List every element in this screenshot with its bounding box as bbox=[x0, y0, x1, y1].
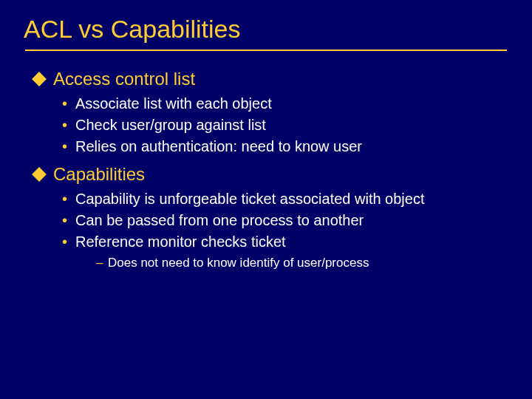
list-item-text: Reference monitor checks ticket bbox=[75, 233, 286, 250]
list-item: Relies on authentication: need to know u… bbox=[62, 137, 532, 157]
diamond-icon bbox=[32, 72, 47, 86]
list-item: Capability is unforgeable ticket associa… bbox=[62, 189, 532, 209]
slide-title: ACL vs Capabilities bbox=[24, 15, 532, 44]
section-heading-text: Capabilities bbox=[53, 164, 145, 185]
list-item: Associate list with each object bbox=[62, 94, 532, 114]
sub-bullet-list: Does not need to know identify of user/p… bbox=[96, 255, 532, 272]
list-item: Can be passed from one process to anothe… bbox=[62, 211, 532, 231]
sub-list-item: Does not need to know identify of user/p… bbox=[96, 255, 532, 272]
section-heading: Capabilities bbox=[34, 164, 532, 185]
title-rule bbox=[25, 50, 507, 51]
bullet-list: Associate list with each object Check us… bbox=[62, 94, 532, 157]
section-capabilities: Capabilities Capability is unforgeable t… bbox=[34, 164, 532, 272]
diamond-icon bbox=[32, 167, 47, 182]
slide: ACL vs Capabilities Access control list … bbox=[0, 0, 532, 399]
section-acl: Access control list Associate list with … bbox=[34, 69, 532, 157]
list-item: Reference monitor checks ticket Does not… bbox=[62, 232, 532, 272]
section-heading: Access control list bbox=[34, 69, 532, 89]
list-item: Check user/group against list bbox=[62, 115, 532, 135]
section-heading-text: Access control list bbox=[53, 69, 195, 89]
bullet-list: Capability is unforgeable ticket associa… bbox=[62, 189, 532, 272]
